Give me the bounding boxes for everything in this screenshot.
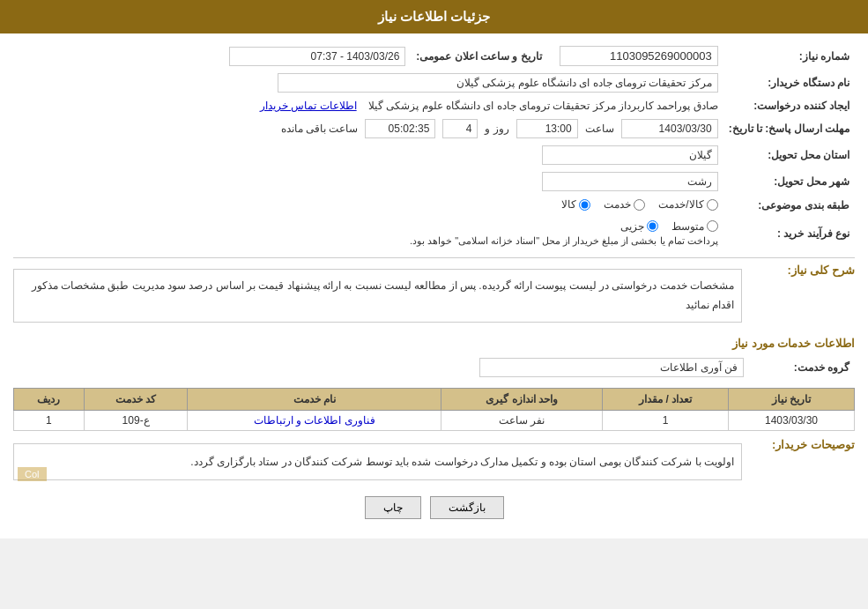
sharh-label: شرح کلی نیاز: [787,264,855,277]
mohlat-saat-label: ساعت [585,123,614,135]
col-radif: ردیف [14,389,85,411]
ijad-konandeh-label: ایجاد کننده درخواست: [723,96,855,115]
tarikh-elaan-label: تاریخ و ساعت اعلان عمومی: [411,42,546,70]
col-tarikh: تاریخ نیاز [729,389,855,411]
shomara-niaz-label: شماره نیاز: [723,42,855,70]
services-table: تاریخ نیاز تعداد / مقدار واحد اندازه گیر… [13,388,855,431]
mohlat-roz-value: 4 [442,119,478,138]
ijad-konandeh-value: صادق پوراحمد کاربرداز مرکز تحقیقات تروما… [368,100,718,112]
mohlat-date: 1403/03/30 [621,119,718,138]
tabaqe-khadamat-label: خدمت [604,198,631,211]
radio-motevaset[interactable]: متوسط [671,220,718,233]
nooe-jozei-label: جزیی [620,220,644,233]
mohlat-baqi-value: 05:02:35 [365,119,435,138]
shomara-niaz-value: 1103095269000003 [560,46,718,66]
page-header: جزئیات اطلاعات نیاز [0,0,868,33]
cell-nam: فناوری اطلاعات و ارتباطات [188,411,441,431]
cell-kod: ع-109 [84,411,188,431]
nooe-farayand-label: نوع فرآیند خرید : [723,217,855,251]
nooe-motevaset-label: متوسط [671,220,704,233]
info-table: شماره نیاز: 1103095269000003 تاریخ و ساع… [13,42,855,250]
mohlat-roz-label: روز و [485,123,508,135]
radio-jozei[interactable]: جزیی [620,220,658,233]
nam-dastgah-label: نام دستگاه خریدار: [723,70,855,96]
goroh-khadamat-value: فن آوری اطلاعات [479,358,744,377]
tabaqe-radio-group: کالا/خدمت خدمت کالا [561,198,717,211]
print-button[interactable]: چاپ [365,496,421,519]
col-kod: کد خدمت [84,389,188,411]
tosiyeh-text: اولویت با شرکت کنندگان بومی استان بوده و… [13,443,742,480]
mohlat-label: مهلت ارسال پاسخ: تا تاریخ: [723,115,855,142]
col-vahed: واحد اندازه گیری [441,389,603,411]
shahr-label: شهر محل تحویل: [723,168,855,195]
tabaqe-kala-label: کالا [561,198,576,211]
tarikh-elaan-value: 1403/03/26 - 07:37 [229,47,405,66]
nooe-radio-group: متوسط جزیی [620,220,718,233]
nooe-description: پرداخت تمام یا بخشی از مبلغ خریدار از مح… [410,235,718,246]
ettelaat-tamas-link[interactable]: اطلاعات تماس خریدار [260,100,357,112]
cell-tedad: 1 [603,411,729,431]
goroh-khadamat-label: گروه خدمت: [749,354,855,381]
mohlat-saat-value: 13:00 [516,119,578,138]
cell-radif: 1 [14,411,85,431]
radio-kala-khadamat[interactable]: کالا/خدمت [658,198,717,211]
radio-kala[interactable]: کالا [561,198,590,211]
col-badge: Col [18,467,47,481]
col-nam: نام خدمت [188,389,441,411]
back-button[interactable]: بازگشت [430,496,504,519]
ostan-value: گیلان [542,145,718,165]
tosiyeh-label: توصیحات خریدار: [772,438,855,451]
tabaqe-label: طبقه بندی موضوعی: [723,195,855,217]
ostan-label: استان محل تحویل: [723,142,855,168]
nam-dastgah-value: مرکز تحقیقات ترومای جاده ای دانشگاه علوم… [278,73,718,93]
radio-khadamat[interactable]: خدمت [604,198,645,211]
cell-tarikh: 1403/03/30 [729,411,855,431]
table-row: 1403/03/30 1 نفر ساعت فناوری اطلاعات و ا… [14,411,855,431]
separator-1 [13,257,855,258]
col-tedad: تعداد / مقدار [603,389,729,411]
ettelaat-section-title: اطلاعات خدمات مورد نیاز [13,337,855,350]
tabaqe-kala-khadamat-label: کالا/خدمت [658,198,703,211]
page-title: جزئیات اطلاعات نیاز [378,9,490,24]
goroh-table: گروه خدمت: فن آوری اطلاعات [13,354,855,381]
buttons-row: بازگشت چاپ [13,496,855,519]
mohlat-baqi-label: ساعت باقی مانده [281,123,359,135]
cell-vahed: نفر ساعت [441,411,603,431]
shahr-value: رشت [542,172,718,191]
sharh-text: مشخصات خدمت درخواستی در لیست پیوست ارائه… [13,269,742,323]
